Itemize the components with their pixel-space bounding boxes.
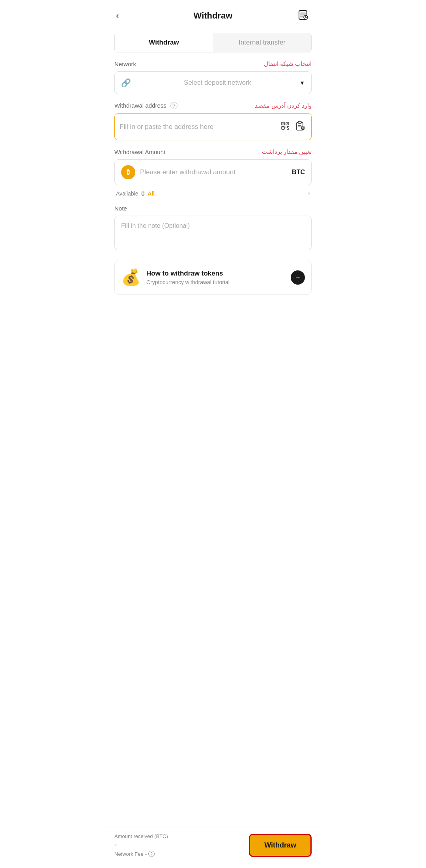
- amount-section-header: Withdrawal Amount تعیین مقدار برداشت: [114, 148, 312, 155]
- available-row: Available 0 All ›: [114, 190, 312, 197]
- chain-icon: 🔗: [121, 78, 131, 88]
- amount-label-fa: تعیین مقدار برداشت: [262, 148, 312, 155]
- tab-internal-transfer[interactable]: Internal transfer: [213, 33, 311, 52]
- chevron-down-icon: ▼: [299, 80, 305, 86]
- available-label: Available: [116, 190, 138, 197]
- tutorial-text: How to withdraw tokens Cryptocurrency wi…: [146, 270, 285, 285]
- tutorial-title: How to withdraw tokens: [146, 270, 285, 278]
- network-fee-value: -: [145, 851, 147, 857]
- address-label-fa: وارد کردن آدرس مقصد: [255, 102, 312, 109]
- network-section: Network انتخاب شبکه انتقال 🔗 Select depo…: [106, 60, 320, 94]
- currency-label: BTC: [292, 169, 305, 176]
- back-button[interactable]: ‹: [116, 9, 122, 22]
- tab-bar: Withdraw Internal transfer: [114, 33, 312, 52]
- network-select-button[interactable]: 🔗 Select deposit network ▼: [114, 71, 312, 94]
- address-section: Withdrawal address ? وارد کردن آدرس مقصد: [106, 102, 320, 140]
- note-input[interactable]: [114, 216, 312, 250]
- paste-address-button[interactable]: @: [295, 120, 306, 134]
- address-info-icon[interactable]: ?: [170, 102, 178, 109]
- network-fee-row: Network Fee - ?: [114, 851, 243, 857]
- network-fee-label: Network Fee: [114, 851, 144, 857]
- wallet-icon: 💰: [121, 268, 141, 287]
- tutorial-arrow-icon: →: [291, 270, 305, 285]
- svg-rect-12: [283, 128, 284, 129]
- history-button[interactable]: [296, 8, 310, 23]
- network-select-placeholder: Select deposit network: [136, 79, 299, 87]
- tab-withdraw[interactable]: Withdraw: [115, 33, 213, 52]
- note-section-header: Note: [114, 205, 312, 212]
- tutorial-card[interactable]: 💰 How to withdraw tokens Cryptocurrency …: [114, 260, 312, 295]
- amount-input[interactable]: [140, 168, 287, 176]
- chevron-right-icon: ›: [308, 190, 310, 197]
- network-fee-info-icon[interactable]: ?: [148, 851, 155, 857]
- address-input-wrapper: @: [114, 113, 312, 140]
- all-button[interactable]: All: [148, 190, 155, 197]
- amount-section: Withdrawal Amount تعیین مقدار برداشت ₿ B…: [106, 148, 320, 197]
- svg-rect-11: [287, 123, 288, 124]
- page-title: Withdraw: [194, 11, 233, 21]
- svg-text:@: @: [302, 126, 304, 130]
- address-label: Withdrawal address ?: [114, 102, 178, 109]
- available-value: 0: [142, 190, 145, 197]
- svg-rect-10: [283, 123, 284, 124]
- address-section-header: Withdrawal address ? وارد کردن آدرس مقصد: [114, 102, 312, 109]
- amount-received-label: Amount received (BTC): [114, 833, 243, 839]
- network-section-header: Network انتخاب شبکه انتقال: [114, 60, 312, 67]
- amount-received-value: -: [114, 841, 243, 849]
- withdraw-button[interactable]: Withdraw: [249, 834, 312, 857]
- amount-info: Amount received (BTC) - Network Fee - ?: [114, 833, 243, 857]
- tutorial-subtitle: Cryptocurrency withdrawal tutorial: [146, 279, 285, 285]
- note-label: Note: [114, 205, 127, 212]
- svg-rect-20: [298, 121, 301, 123]
- address-input[interactable]: [120, 123, 276, 131]
- header: ‹ Withdraw: [106, 0, 320, 30]
- network-label-fa: انتخاب شبکه انتقال: [264, 60, 312, 67]
- amount-label: Withdrawal Amount: [114, 149, 165, 155]
- note-section: Note: [106, 205, 320, 252]
- btc-icon: ₿: [121, 165, 135, 179]
- scan-qr-button[interactable]: [280, 120, 291, 133]
- bottom-bar: Amount received (BTC) - Network Fee - ? …: [106, 827, 320, 868]
- amount-input-wrapper: ₿ BTC: [114, 159, 312, 185]
- network-label: Network: [114, 61, 136, 67]
